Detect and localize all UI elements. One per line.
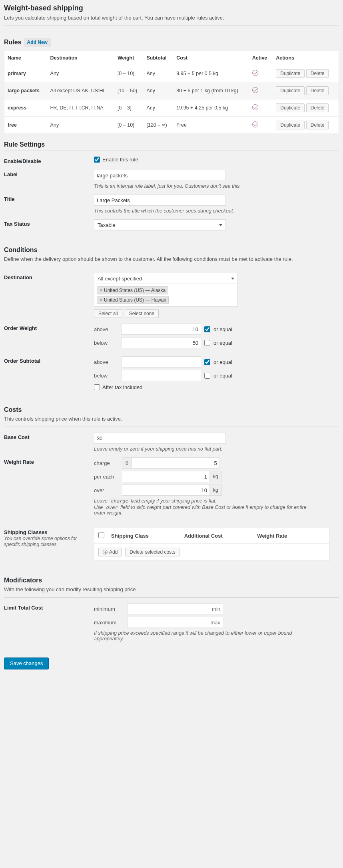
rule-destination: All except US:AK, US:HI [47, 82, 114, 99]
base-cost-input[interactable] [94, 433, 226, 444]
remove-icon[interactable]: × [100, 297, 102, 303]
limit-max-label: maximum [94, 620, 124, 626]
subtotal-below-eq-label: or equal [213, 373, 232, 379]
after-tax-row[interactable]: After tax included [94, 384, 330, 390]
select-all-button[interactable]: Select all [94, 309, 122, 318]
rules-table: Name Destination Weight Subtotal Cost Ac… [4, 51, 339, 134]
conditions-heading: Conditions [4, 246, 339, 254]
subtotal-above-input[interactable] [121, 356, 201, 367]
enable-label: Enable/Disable [4, 157, 94, 164]
subtotal-label: Order Subtotal [4, 356, 94, 364]
mods-heading: Modificators [4, 577, 339, 584]
after-tax-label: After tax included [102, 384, 142, 390]
col-weight: Weight [114, 51, 144, 65]
limit-max-input[interactable] [127, 617, 223, 628]
weight-below-input[interactable] [121, 337, 201, 348]
subtotal-above-eq-checkbox[interactable] [204, 359, 210, 365]
check-icon [252, 70, 258, 76]
shipping-classes-label: Shipping Classes You can override some o… [4, 528, 94, 547]
plus-icon [103, 550, 108, 554]
destination-tag[interactable]: ×United States (US) — Hawaii [97, 296, 169, 304]
enable-checkbox-label: Enable this rule [102, 157, 138, 163]
rule-active[interactable] [249, 65, 273, 82]
table-row[interactable]: primaryAny[0 – 10)Any9.95 + 5 per 0.5 kg… [4, 65, 339, 82]
title-field-label: Title [4, 195, 94, 202]
per-each-input[interactable] [122, 471, 210, 482]
table-row[interactable]: expressFR, DE, IT, IT:CR, IT:NA[0 – 3]An… [4, 99, 339, 117]
sc-delete-button[interactable]: Delete selected costs [125, 548, 179, 556]
sc-add-button[interactable]: Add [98, 548, 122, 556]
subtotal-below-input[interactable] [121, 370, 201, 381]
check-icon [252, 104, 258, 110]
weight-below-eq-checkbox[interactable] [204, 340, 210, 346]
tax-select[interactable]: Taxable [94, 219, 226, 230]
rule-active[interactable] [249, 117, 273, 134]
page-title: Weight-based shipping [4, 4, 339, 12]
enable-checkbox[interactable] [94, 157, 100, 163]
destination-mode-value: All except specified [98, 276, 142, 282]
subtotal-below-label: below [94, 373, 118, 379]
enable-checkbox-row[interactable]: Enable this rule [94, 157, 330, 163]
destination-label: Destination [4, 273, 94, 280]
divider [4, 26, 339, 26]
over-input[interactable] [122, 485, 210, 496]
weight-below-eq-label: or equal [213, 340, 232, 346]
rule-active[interactable] [249, 82, 273, 99]
destination-tag[interactable]: ×United States (US) — Alaska [97, 286, 168, 294]
limit-min-input[interactable] [127, 603, 223, 614]
sc-col2: Additional Cost [184, 533, 253, 539]
rule-cost: 30 + 5 per 1 kg (from 10 kg) [173, 82, 249, 99]
rule-name: free [4, 117, 47, 134]
weight-below-label: below [94, 340, 118, 346]
destination-tags[interactable]: ×United States (US) — Alaska×United Stat… [94, 284, 238, 307]
weight-above-eq-checkbox[interactable] [204, 326, 210, 332]
kg-suffix: kg [210, 485, 222, 496]
label-input[interactable] [94, 170, 226, 181]
remove-icon[interactable]: × [100, 288, 102, 293]
duplicate-button[interactable]: Duplicate [276, 69, 305, 78]
after-tax-checkbox[interactable] [94, 384, 100, 390]
table-row[interactable]: large packetsAll except US:AK, US:HI[10 … [4, 82, 339, 99]
rule-active[interactable] [249, 99, 273, 117]
sc-select-all-checkbox[interactable] [98, 532, 104, 538]
weight-label: Order Weight [4, 324, 94, 331]
tag-label: United States (US) — Hawaii [104, 297, 166, 303]
delete-button[interactable]: Delete [306, 121, 329, 129]
rule-cost: Free [173, 117, 249, 134]
add-new-button[interactable]: Add New [24, 38, 51, 47]
delete-button[interactable]: Delete [306, 86, 329, 95]
destination-mode-select[interactable]: All except specified [94, 273, 238, 284]
title-input[interactable] [94, 195, 226, 206]
delete-button[interactable]: Delete [306, 69, 329, 78]
sc-col3: Weight Rate [257, 533, 325, 539]
tax-value: Taxable [98, 222, 116, 228]
duplicate-button[interactable]: Duplicate [276, 121, 305, 129]
rule-subtotal: Any [143, 82, 173, 99]
save-button[interactable]: Save changes [4, 657, 49, 669]
table-row[interactable]: freeAny[0 – 10)[120 – ∞)FreeDuplicate De… [4, 117, 339, 134]
rate-hint2: Use over field to skip weight part cover… [94, 505, 318, 516]
rule-name: primary [4, 65, 47, 82]
duplicate-button[interactable]: Duplicate [276, 86, 305, 95]
rule-subtotal: Any [143, 65, 173, 82]
rule-name: large packets [4, 82, 47, 99]
select-none-button[interactable]: Select none [125, 309, 159, 318]
col-destination: Destination [47, 51, 114, 65]
weight-above-input[interactable] [121, 324, 201, 335]
rule-name: express [4, 99, 47, 117]
col-active: Active [249, 51, 273, 65]
col-cost: Cost [173, 51, 249, 65]
rule-cost: 19.95 + 4.25 per 0.5 kg [173, 99, 249, 117]
tax-label: Tax Status [4, 219, 94, 227]
duplicate-button[interactable]: Duplicate [276, 103, 305, 112]
mods-sub: With the following you can modify result… [4, 586, 339, 592]
subtotal-below-eq-checkbox[interactable] [204, 373, 210, 379]
delete-button[interactable]: Delete [306, 103, 329, 112]
currency-prefix: $ [122, 457, 132, 469]
subtotal-above-label: above [94, 359, 118, 365]
divider [4, 151, 339, 151]
col-name: Name [4, 51, 47, 65]
page-subtitle: Lets you calculate shipping based on tot… [4, 15, 339, 21]
tag-label: United States (US) — Alaska [104, 288, 166, 293]
charge-input[interactable] [132, 457, 220, 469]
